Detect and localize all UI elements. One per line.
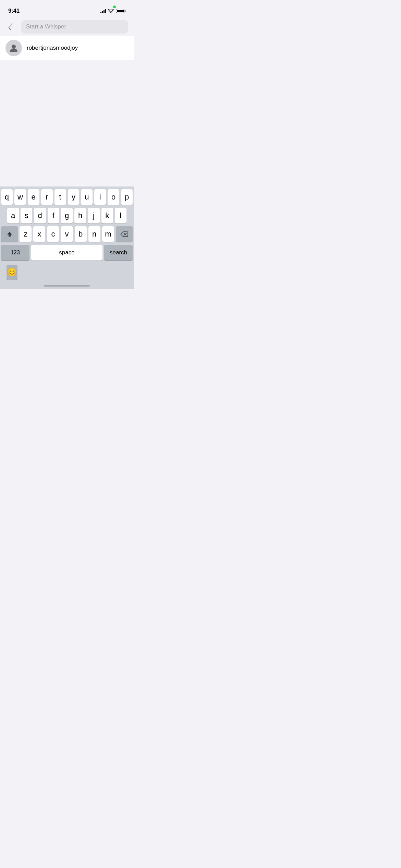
username-label: robertjonasmoodjoy — [27, 45, 78, 51]
keyboard-row-4: 123 space search — [1, 245, 133, 261]
key-i[interactable]: i — [94, 189, 106, 205]
key-f[interactable]: f — [48, 208, 59, 224]
status-icons — [100, 9, 126, 13]
svg-point-0 — [12, 45, 16, 49]
signal-icon — [100, 9, 106, 13]
shift-key[interactable] — [1, 226, 18, 242]
key-v[interactable]: v — [61, 226, 73, 242]
list-item[interactable]: robertjonasmoodjoy — [0, 36, 134, 60]
avatar — [5, 40, 22, 56]
wifi-icon — [108, 9, 114, 13]
key-c[interactable]: c — [47, 226, 59, 242]
person-icon — [9, 43, 19, 53]
key-q[interactable]: q — [1, 189, 13, 205]
status-time: 9:41 — [8, 8, 20, 14]
key-l[interactable]: l — [115, 208, 126, 224]
key-x[interactable]: x — [33, 226, 45, 242]
key-h[interactable]: h — [74, 208, 86, 224]
numbers-key[interactable]: 123 — [1, 245, 29, 261]
nav-bar — [0, 17, 134, 36]
key-e[interactable]: e — [28, 189, 39, 205]
space-key[interactable]: space — [31, 245, 102, 261]
keyboard-row-1: q w e r t y u i o p — [1, 189, 133, 205]
battery-icon — [116, 9, 125, 13]
key-t[interactable]: t — [54, 189, 66, 205]
key-d[interactable]: d — [34, 208, 46, 224]
search-key[interactable]: search — [104, 245, 133, 261]
emoji-key[interactable]: 😊 — [7, 265, 17, 280]
notification-dot — [113, 5, 116, 8]
key-z[interactable]: z — [20, 226, 32, 242]
key-s[interactable]: s — [21, 208, 32, 224]
key-a[interactable]: a — [7, 208, 19, 224]
key-g[interactable]: g — [61, 208, 73, 224]
key-k[interactable]: k — [101, 208, 113, 224]
key-u[interactable]: u — [81, 189, 93, 205]
home-indicator — [44, 285, 90, 287]
key-y[interactable]: y — [68, 189, 80, 205]
key-b[interactable]: b — [75, 226, 87, 242]
status-bar: 9:41 — [0, 0, 134, 17]
search-input[interactable] — [21, 20, 128, 34]
key-n[interactable]: n — [88, 226, 100, 242]
key-w[interactable]: w — [14, 189, 26, 205]
keyboard: q w e r t y u i o p a s d f g h j k l z … — [0, 186, 134, 289]
suggestion-list: robertjonasmoodjoy — [0, 36, 134, 60]
keyboard-row-2: a s d f g h j k l — [1, 208, 133, 224]
key-j[interactable]: j — [88, 208, 99, 224]
key-m[interactable]: m — [102, 226, 114, 242]
key-o[interactable]: o — [108, 189, 119, 205]
back-button[interactable] — [5, 21, 18, 33]
content-area — [0, 60, 134, 177]
back-chevron-icon — [8, 23, 15, 30]
key-p[interactable]: p — [121, 189, 133, 205]
keyboard-row-3: z x c v b n m — [1, 226, 133, 242]
key-r[interactable]: r — [41, 189, 53, 205]
delete-key[interactable] — [116, 226, 133, 242]
search-container — [21, 20, 128, 34]
